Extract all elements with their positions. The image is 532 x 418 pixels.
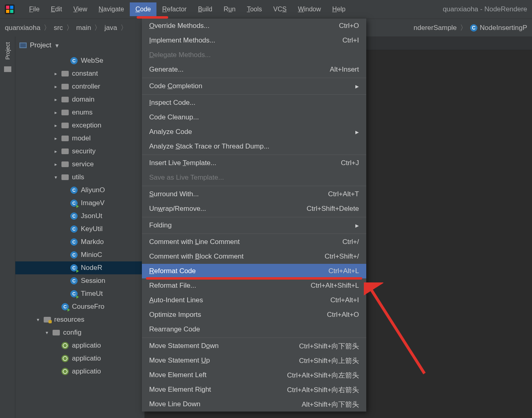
tree-item[interactable]: ▸CMarkdo — [15, 236, 144, 248]
menubar-item-file[interactable]: File — [23, 2, 45, 16]
project-tree[interactable]: ▸CWebSe▸constant▸controller▸domain▸enums… — [15, 53, 144, 378]
menu-item[interactable]: Code Cleanup... — [142, 110, 366, 125]
tree-item-label: JsonUt — [81, 212, 102, 220]
tree-item[interactable]: ▸applicatio — [15, 339, 144, 352]
tree-item[interactable]: ▾utils — [15, 171, 144, 184]
menu-item[interactable]: Reformat CodeCtrl+Alt+L — [142, 264, 366, 278]
tree-item[interactable]: ▸CImageV — [15, 197, 144, 210]
tree-item[interactable]: ▸CCourseFro — [15, 300, 144, 313]
menu-item-shortcut: Ctrl+J — [341, 159, 359, 167]
class-icon: C — [70, 225, 78, 233]
tree-item[interactable]: ▸enums — [15, 106, 144, 119]
breadcrumb-tail-item[interactable]: ndererSample — [414, 24, 457, 32]
menu-item[interactable]: Rearrange Code — [142, 322, 366, 337]
tool-tab-icon[interactable] — [4, 66, 11, 72]
chevron-right-icon: 〉 — [460, 23, 467, 32]
menubar-item-vcs[interactable]: VCS — [268, 2, 292, 16]
menu-item[interactable]: Unwrap/Remove...Ctrl+Shift+Delete — [142, 202, 366, 216]
menubar-item-run[interactable]: Run — [218, 2, 241, 16]
tree-item[interactable]: ▸constant — [15, 67, 144, 80]
tool-tab-project[interactable]: Project — [4, 40, 12, 62]
yaml-icon — [61, 368, 69, 375]
breadcrumb-label: ndererSample — [414, 24, 457, 32]
tree-item[interactable]: ▾config — [15, 326, 144, 339]
menu-item[interactable]: Analyze Code▸ — [142, 125, 366, 139]
tree-item[interactable]: ▸service — [15, 158, 144, 171]
menubar-item-help[interactable]: Help — [327, 2, 351, 16]
tree-item[interactable]: ▸controller — [15, 80, 144, 93]
chevron-right-icon[interactable]: ▸ — [53, 136, 58, 141]
tree-item[interactable]: ▸CWebSe — [15, 54, 144, 67]
menu-item[interactable]: Implement Methods...Ctrl+I — [142, 33, 366, 48]
menu-item-label: Surround With... — [149, 190, 199, 198]
project-tree-header[interactable]: Project ▾ — [15, 38, 144, 53]
tree-item[interactable]: ▸applicatio — [15, 352, 144, 365]
menubar-item-window[interactable]: Window — [292, 2, 327, 16]
chevron-right-icon: ▸ — [355, 128, 359, 136]
menu-item-label: Move Statement Up — [149, 356, 210, 365]
chevron-right-icon[interactable]: ▸ — [53, 123, 58, 128]
breadcrumb-tail-item[interactable]: C NodeInsertingP — [470, 24, 527, 32]
menu-item-label: Reformat File... — [149, 282, 196, 290]
breadcrumb-item[interactable]: src — [54, 24, 63, 32]
breadcrumb-item[interactable]: quanxiaoha — [5, 24, 40, 32]
menu-item[interactable]: Move Statement DownCtrl+Shift+向下箭头 — [142, 339, 366, 353]
menu-separator — [142, 217, 366, 217]
chevron-down-icon[interactable]: ▾ — [44, 330, 49, 335]
chevron-right-icon[interactable]: ▸ — [53, 161, 58, 167]
menu-item[interactable]: Reformat File...Ctrl+Alt+Shift+L — [142, 278, 366, 293]
menu-separator — [142, 186, 366, 186]
menu-item[interactable]: Optimize ImportsCtrl+Alt+O — [142, 308, 366, 322]
menu-item[interactable]: Move Line DownAlt+Shift+向下箭头 — [142, 397, 366, 412]
tree-item-label: applicatio — [72, 354, 101, 363]
tree-item-label: MinioC — [81, 251, 102, 259]
menubar-item-refactor[interactable]: Refactor — [156, 2, 192, 16]
tree-item[interactable]: ▸CTimeUt — [15, 287, 144, 300]
menubar-item-code[interactable]: Code — [130, 2, 156, 16]
menu-item-label: Insert Live Template... — [149, 159, 216, 167]
project-tree-panel: Project ▾ ▸CWebSe▸constant▸controller▸do… — [15, 36, 145, 418]
menubar-item-tools[interactable]: Tools — [241, 2, 268, 16]
tree-item[interactable]: ▸CMinioC — [15, 248, 144, 261]
breadcrumb-item[interactable]: java — [104, 24, 117, 32]
menu-item[interactable]: Analyze Stack Trace or Thread Dump... — [142, 139, 366, 154]
menu-item[interactable]: Inspect Code... — [142, 95, 366, 110]
chevron-right-icon[interactable]: ▸ — [53, 84, 58, 89]
tree-item[interactable]: ▸CAliyunO — [15, 184, 144, 197]
menu-item[interactable]: Move Statement UpCtrl+Shift+向上箭头 — [142, 353, 366, 368]
tree-item[interactable]: ▸CNodeR — [15, 261, 144, 274]
tree-item[interactable]: ▸exception — [15, 119, 144, 132]
menu-item[interactable]: Code Completion▸ — [142, 79, 366, 93]
chevron-right-icon[interactable]: ▸ — [53, 110, 58, 115]
chevron-down-icon[interactable]: ▾ — [36, 317, 40, 323]
chevron-right-icon[interactable]: ▸ — [53, 97, 58, 102]
menu-item[interactable]: Folding▸ — [142, 218, 366, 233]
tree-item[interactable]: ▸security — [15, 145, 144, 158]
chevron-down-icon[interactable]: ▾ — [55, 42, 59, 49]
breadcrumb-item[interactable]: main — [76, 24, 91, 32]
menu-item[interactable]: Move Element RightCtrl+Alt+Shift+向右箭头 — [142, 382, 366, 397]
tree-item[interactable]: ▸CSession — [15, 274, 144, 287]
menu-item[interactable]: Comment with Block CommentCtrl+Shift+/ — [142, 249, 366, 264]
menubar-item-view[interactable]: View — [68, 2, 93, 16]
menu-item[interactable]: Move Element LeftCtrl+Alt+Shift+向左箭头 — [142, 368, 366, 382]
tree-item[interactable]: ▸domain — [15, 93, 144, 106]
tree-item-label: service — [72, 160, 94, 168]
menu-item[interactable]: Override Methods...Ctrl+O — [142, 19, 366, 33]
menu-item[interactable]: Insert Live Template...Ctrl+J — [142, 156, 366, 170]
chevron-right-icon[interactable]: ▸ — [53, 71, 58, 76]
tree-item[interactable]: ▸CJsonUt — [15, 210, 144, 223]
chevron-down-icon[interactable]: ▾ — [53, 174, 58, 180]
menu-item[interactable]: Comment with Line CommentCtrl+/ — [142, 235, 366, 249]
menubar-item-navigate[interactable]: Navigate — [93, 2, 130, 16]
tree-item[interactable]: ▸CKeyUtil — [15, 223, 144, 236]
menubar-item-edit[interactable]: Edit — [45, 2, 68, 16]
menu-item[interactable]: Auto-Indent LinesCtrl+Alt+I — [142, 293, 366, 308]
menu-item[interactable]: Generate...Alt+Insert — [142, 62, 366, 77]
tree-item[interactable]: ▸applicatio — [15, 365, 144, 378]
chevron-right-icon[interactable]: ▸ — [53, 149, 58, 154]
menu-item[interactable]: Surround With...Ctrl+Alt+T — [142, 187, 366, 202]
tree-item[interactable]: ▾resources — [15, 313, 144, 326]
menubar-item-build[interactable]: Build — [192, 2, 218, 16]
tree-item[interactable]: ▸model — [15, 132, 144, 145]
